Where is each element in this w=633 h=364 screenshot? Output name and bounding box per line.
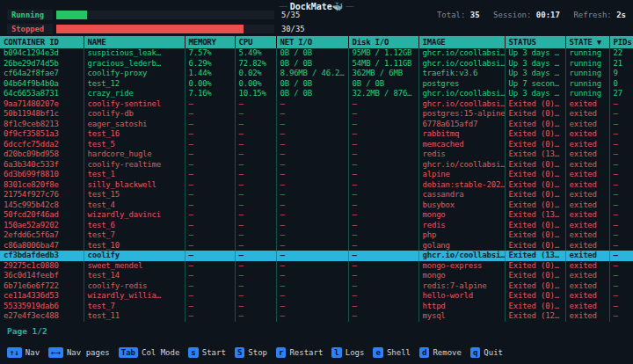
- cell-name: suspicious_leak…: [84, 48, 185, 59]
- whale-icon: 🐳: [332, 2, 343, 11]
- table-row[interactable]: 0f9cf35851a3test_16————rabbitmqExited (0…: [0, 129, 633, 140]
- table-row[interactable]: 6a3b340c533fcoolify-realtime————ghcr.io/…: [0, 160, 633, 171]
- cell-image: php: [418, 230, 505, 241]
- cell-status: Exited (0)…: [505, 99, 565, 110]
- table-row[interactable]: 29275c1c0880sweet_mendel————mongo-expres…: [0, 261, 633, 272]
- cell-status: Exited (0)…: [505, 170, 565, 180]
- cell-cpu: —: [235, 210, 276, 221]
- table-row[interactable]: cf64a2f8fae7coolify-proxy1.44%0.02%8.96M…: [0, 69, 633, 79]
- table-row[interactable]: 150ae52a9202test_6————redisExited (0)…ex…: [0, 221, 633, 231]
- cell-pids: —: [609, 221, 633, 231]
- cell-status: Exited (0)…: [505, 190, 565, 200]
- cell-state: running: [565, 69, 609, 79]
- cell-name: test_1: [84, 170, 185, 180]
- table-row[interactable]: b094c1294e3dsuspicious_leak…7.57%5.49%0B…: [0, 48, 633, 59]
- cell-status: Exited (0)…: [505, 109, 565, 120]
- key-restart[interactable]: rRestart: [276, 347, 323, 358]
- table-row[interactable]: 36c0d14feebftest_14————mongoExited (0)…e…: [0, 271, 633, 281]
- cell-net: —: [276, 291, 348, 302]
- cell-state: exited: [565, 261, 609, 272]
- cell-image: redis: [418, 149, 505, 160]
- key-quit[interactable]: qQuit: [470, 347, 503, 358]
- cell-name: test_11: [84, 311, 185, 322]
- cell-id: 26be29d74d5b: [0, 59, 84, 69]
- key-badge: e: [373, 347, 382, 358]
- cell-image: httpd: [418, 302, 505, 312]
- cell-disk: —: [348, 99, 418, 110]
- table-row[interactable]: 04b64f9b4b0atest_120.00%0.00%0B / 0B0B /…: [0, 79, 633, 90]
- cell-pids: —: [609, 99, 633, 110]
- key-start[interactable]: sStart: [188, 347, 226, 358]
- key-label: Remove: [433, 348, 462, 357]
- table-row[interactable]: cf3bdafdedb3coolify————ghcr.io/coollabsi…: [0, 251, 633, 261]
- cell-net: 0B / 0B: [276, 48, 348, 59]
- cell-state: exited: [565, 160, 609, 171]
- table-row[interactable]: 64c6653a8731crazy_ride7.16%10.15%0B / 0B…: [0, 89, 633, 99]
- cell-status: Exited (0)…: [505, 180, 565, 191]
- key-col-mode[interactable]: TabCol Mode: [119, 347, 180, 358]
- column-header-container-id[interactable]: CONTAINER ID: [0, 36, 84, 48]
- cell-image: memcached: [418, 140, 505, 150]
- cell-cpu: 5.49%: [235, 48, 276, 59]
- table-row[interactable]: 8301ce820f8esilly_blackwell————debian:st…: [0, 180, 633, 191]
- cell-id: 8f1c9ceb8213: [0, 120, 84, 130]
- table-row[interactable]: 50b11948bf1ccoolify-db————postgres:15-al…: [0, 109, 633, 120]
- table-row[interactable]: 8f1c9ceb8213eager_satoshi————6778a615afd…: [0, 120, 633, 130]
- column-header-state[interactable]: STATE ▼: [565, 36, 609, 48]
- column-header-name[interactable]: NAME: [84, 36, 185, 48]
- cell-name: coolify-redis: [84, 281, 185, 292]
- cell-cpu: 0.02%: [235, 69, 276, 79]
- table-row[interactable]: 55335919dab6test_7————httpdExited (0)…ex…: [0, 302, 633, 312]
- cell-pids: —: [609, 210, 633, 221]
- key-logs[interactable]: lLogs: [331, 347, 364, 358]
- table-row[interactable]: 9aa71480207ecoolify-sentinel————ghcr.io/…: [0, 99, 633, 110]
- cell-disk: —: [348, 302, 418, 312]
- cell-net: —: [276, 302, 348, 312]
- table-row[interactable]: 50fcd20f46adwizardly_davinci————mongoExi…: [0, 210, 633, 221]
- cell-disk: —: [348, 109, 418, 120]
- key-nav-pages[interactable]: ←→Nav pages: [48, 347, 110, 358]
- cell-image: rabbitmq: [418, 129, 505, 140]
- table-row[interactable]: d20bc09bd958hardcore_hugle————redisExite…: [0, 149, 633, 160]
- table-row[interactable]: 6b71e6e6f722coolify-redis————redis:7-alp…: [0, 281, 633, 292]
- column-header-image[interactable]: IMAGE: [418, 36, 505, 48]
- cell-cpu: 72.82%: [235, 59, 276, 69]
- table-row[interactable]: 145c995b42c8test_4————busyboxExited (0)……: [0, 200, 633, 211]
- key-badge: S: [235, 347, 244, 358]
- table-row[interactable]: 26be29d74d5bgracious_lederb…6.29%72.82%0…: [0, 59, 633, 69]
- column-header-memory[interactable]: MEMORY: [185, 36, 235, 48]
- cell-mem: —: [185, 271, 235, 281]
- key-label: Quit: [484, 348, 503, 357]
- cell-pids: —: [609, 311, 633, 322]
- table-row[interactable]: 6d3b699f8810test_1————alpineExited (0)…e…: [0, 170, 633, 180]
- table-row[interactable]: ce11a4336d53wizardly_willia…————hello-wo…: [0, 291, 633, 302]
- column-header-disk-io[interactable]: Disk I/O: [348, 36, 418, 48]
- key-nav[interactable]: ↑↓Nav: [7, 347, 40, 358]
- column-header-net-io[interactable]: NET I/O: [276, 36, 348, 48]
- cell-image: hello-world: [418, 291, 505, 302]
- cell-status: Exited (0)…: [505, 140, 565, 150]
- cell-mem: —: [185, 291, 235, 302]
- column-header-cpu[interactable]: CPU: [235, 36, 276, 48]
- cell-net: —: [276, 281, 348, 292]
- table-row[interactable]: e27e4f3ec488test_11————mysqlExited (12…e…: [0, 311, 633, 322]
- cell-status: Exited (13…: [505, 149, 565, 160]
- cell-disk: —: [348, 160, 418, 171]
- cell-disk: —: [348, 281, 418, 292]
- cell-net: 0B / 0B: [276, 89, 348, 99]
- table-row[interactable]: 6dccfc75dda2test_5————memcachedExited (0…: [0, 140, 633, 150]
- cell-image: mongo: [418, 271, 505, 281]
- table-row[interactable]: 2efdd6c5f6a7test_7————phpExited (0)…exit…: [0, 230, 633, 241]
- cell-mem: —: [185, 140, 235, 150]
- table-row[interactable]: c86a8006ba47test_10————golangExited (0)……: [0, 241, 633, 251]
- key-remove[interactable]: dRemove: [419, 347, 462, 358]
- column-header-status[interactable]: STATUS: [505, 36, 565, 48]
- column-header-pids[interactable]: PIDs: [609, 36, 633, 48]
- key-stop[interactable]: SStop: [235, 347, 267, 358]
- cell-state: exited: [565, 190, 609, 200]
- key-badge: ↑↓: [7, 347, 22, 358]
- key-shell[interactable]: eShell: [373, 347, 411, 358]
- cell-status: Up 3 days …: [505, 59, 565, 69]
- table-row[interactable]: 21754f927c76test_15————cassandraExited (…: [0, 190, 633, 200]
- cell-status: Up 3 days …: [505, 89, 565, 99]
